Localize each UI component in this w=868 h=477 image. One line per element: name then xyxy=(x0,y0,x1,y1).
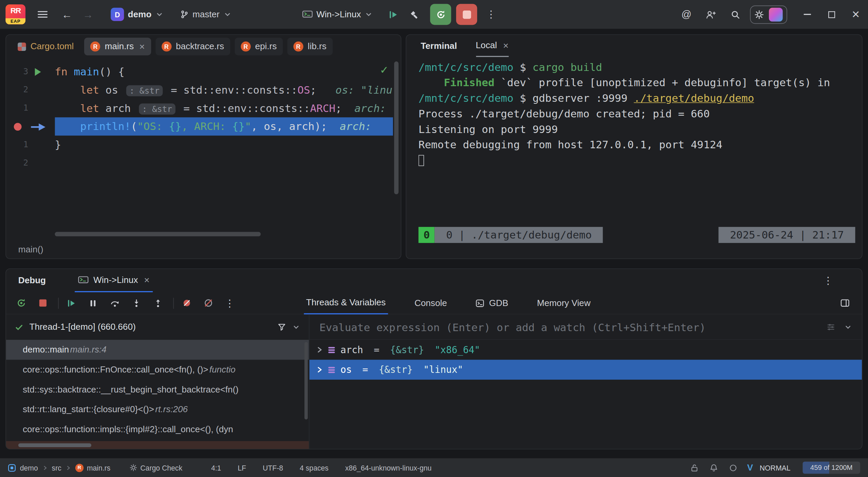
inspections-icon[interactable] xyxy=(729,463,737,472)
code-area[interactable]: fn main() { let os : &str = std::env::co… xyxy=(55,62,393,241)
statusbar-breadcrumb-src[interactable]: src xyxy=(52,463,61,472)
branch-widget[interactable]: master xyxy=(175,5,236,24)
vim-mode-icon[interactable]: V xyxy=(747,463,753,473)
debug-tab-threads-variables[interactable]: Threads & Variables xyxy=(304,292,388,314)
breadcrumb-function[interactable]: main() xyxy=(18,245,43,254)
step-into-icon[interactable] xyxy=(129,296,143,310)
statusbar-breadcrumb-project[interactable]: demo xyxy=(20,463,38,472)
code-line[interactable]: let os : &str = std::env::consts::OS; os… xyxy=(55,81,393,99)
rerun-debug-button[interactable] xyxy=(430,4,451,25)
code-line[interactable]: println!("OS: {}, ARCH: {}", os, arch); … xyxy=(55,117,393,136)
caret-position-widget[interactable]: 4:1 xyxy=(211,463,221,472)
step-out-icon[interactable] xyxy=(151,296,165,310)
gutter-row[interactable]: 3 xyxy=(6,62,55,81)
run-config-widget[interactable]: Win->Linux xyxy=(298,5,377,24)
memory-indicator[interactable]: 459 of 1200M xyxy=(803,462,860,474)
debug-tab-memory-view[interactable]: Memory View xyxy=(535,292,593,314)
stack-frame[interactable]: core::ops::function::FnOnce::call_once<f… xyxy=(6,360,309,380)
forward-icon[interactable]: → xyxy=(80,6,96,23)
stack-frame[interactable]: std::rt::lang_start::{closure#0}<()> rt.… xyxy=(6,400,309,420)
expand-chevron-icon[interactable] xyxy=(316,366,323,373)
line-ending-widget[interactable]: LF xyxy=(238,463,246,472)
indent-widget[interactable]: 4 spaces xyxy=(300,463,328,472)
chevron-down-icon xyxy=(223,11,231,18)
expand-chevron-icon[interactable] xyxy=(316,346,323,353)
evaluate-expression-field[interactable]: Evaluate expression (Enter) or add a wat… xyxy=(309,314,862,340)
back-icon[interactable]: ← xyxy=(59,6,75,23)
inspection-ok-icon[interactable]: ✓ xyxy=(380,64,389,77)
gutter-row[interactable]: 2 xyxy=(6,154,55,172)
debug-tab-console[interactable]: Console xyxy=(412,292,449,314)
settings-gear-icon[interactable] xyxy=(754,10,764,19)
kebab-menu-icon[interactable]: ⋮ xyxy=(823,274,833,287)
filter-icon[interactable] xyxy=(277,323,286,331)
chevron-down-icon[interactable] xyxy=(844,323,852,331)
close-tab-icon[interactable]: × xyxy=(139,42,145,51)
project-widget[interactable]: D demo xyxy=(106,5,168,24)
bell-icon[interactable] xyxy=(710,463,718,472)
pause-icon[interactable] xyxy=(86,296,100,310)
vim-mode-widget[interactable]: NORMAL xyxy=(760,463,791,472)
resume-icon[interactable] xyxy=(385,6,401,23)
stack-frame[interactable]: demo::main main.rs:4 xyxy=(6,340,309,360)
breadcrumb[interactable]: main() xyxy=(6,241,401,259)
gutter-row[interactable] xyxy=(6,117,55,136)
kebab-menu-icon[interactable]: ⋮ xyxy=(483,6,499,23)
close-tab-icon[interactable]: × xyxy=(503,41,508,50)
editor-tab-cargo-toml[interactable]: Cargo.toml xyxy=(12,38,80,55)
editor-tab-backtrace-rs[interactable]: Rbacktrace.rs xyxy=(155,38,230,55)
encoding-widget[interactable]: UTF-8 xyxy=(263,463,283,472)
thread-selector[interactable]: Thread-1-[demo] (660.660) xyxy=(6,314,309,340)
resume-icon[interactable] xyxy=(64,296,78,310)
editor-tab-main-rs[interactable]: Rmain.rs× xyxy=(84,38,151,55)
editor-horizontal-scrollbar[interactable] xyxy=(55,232,261,236)
unlock-icon[interactable] xyxy=(690,463,698,472)
frames-vertical-scrollbar[interactable] xyxy=(304,342,308,419)
terminal-line: Listening on port 9999 xyxy=(418,121,854,137)
gutter-row[interactable]: 2 xyxy=(6,81,55,99)
close-tab-icon[interactable]: × xyxy=(144,275,150,285)
breakpoint-icon[interactable] xyxy=(14,123,22,131)
statusbar-breadcrumb-file[interactable]: main.rs xyxy=(87,463,111,472)
stack-frame[interactable]: core::ops::function::impls::{impl#2}::ca… xyxy=(6,420,309,440)
add-user-icon[interactable] xyxy=(702,6,719,23)
stop-button[interactable] xyxy=(456,4,477,25)
kebab-menu-icon[interactable]: ⋮ xyxy=(223,296,237,310)
code-line[interactable]: fn main() { xyxy=(55,62,393,81)
cargo-check-widget[interactable]: Cargo Check xyxy=(129,463,182,472)
variable-row[interactable]: arch = {&str} "x86_64" xyxy=(309,340,862,360)
build-hammer-icon[interactable] xyxy=(406,6,422,23)
editor-tab-lib-rs[interactable]: Rlib.rs xyxy=(287,38,332,55)
user-avatar[interactable] xyxy=(769,7,783,21)
step-over-icon[interactable] xyxy=(107,296,121,310)
terminal-link[interactable]: ./target/debug/demo xyxy=(634,92,754,104)
sliders-icon[interactable] xyxy=(827,322,835,331)
minimize-button[interactable] xyxy=(795,0,819,29)
toolchain-widget[interactable]: x86_64-unknown-linux-gnu xyxy=(345,463,432,472)
rerun-debug-icon[interactable] xyxy=(14,296,28,310)
run-gutter-icon[interactable] xyxy=(35,68,41,76)
search-icon[interactable] xyxy=(727,6,743,23)
code-line[interactable]: } xyxy=(55,136,393,154)
at-sign-icon[interactable]: @ xyxy=(678,6,695,23)
breakpoints-slash-icon[interactable] xyxy=(201,296,215,310)
layout-icon[interactable] xyxy=(837,296,852,310)
terminal-tab-local[interactable]: Local × xyxy=(476,35,509,57)
gutter-row[interactable]: 1 xyxy=(6,99,55,117)
debug-session-tab[interactable]: Win->Linux × xyxy=(75,269,153,292)
frames-horizontal-scrollbar[interactable] xyxy=(18,443,91,447)
close-button[interactable]: × xyxy=(844,0,868,29)
stack-frame[interactable]: std::sys::backtrace::__rust_begin_short_… xyxy=(6,380,309,400)
stop-icon[interactable] xyxy=(35,296,50,310)
maximize-button[interactable] xyxy=(819,0,844,29)
gutter-row[interactable]: 1 xyxy=(6,136,55,154)
main-menu-icon[interactable] xyxy=(34,6,51,23)
tab-label: Threads & Variables xyxy=(306,298,386,307)
chevron-down-icon[interactable] xyxy=(292,323,300,331)
editor-tab-epi-rs[interactable]: Repi.rs xyxy=(234,38,283,55)
mute-breakpoints-icon[interactable] xyxy=(180,296,194,310)
editor-vertical-scrollbar[interactable] xyxy=(394,61,398,194)
variable-row[interactable]: os = {&str} "linux" xyxy=(309,360,862,380)
code-line[interactable]: let arch : &str = std::env::consts::ARCH… xyxy=(55,99,393,117)
debug-tab-gdb[interactable]: GDB xyxy=(474,292,511,314)
